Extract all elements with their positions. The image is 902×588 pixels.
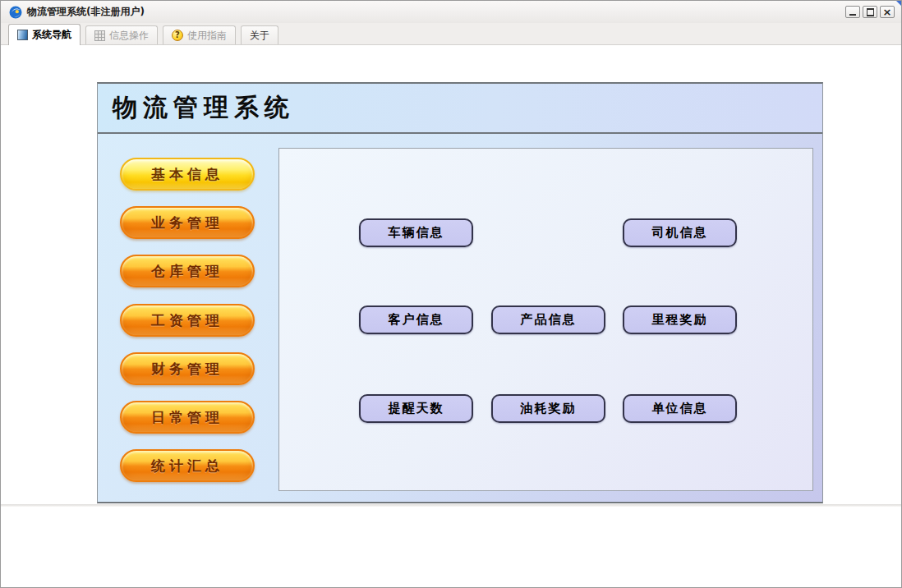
sidebar-item-daily-mgmt[interactable]: 日常管理	[120, 401, 255, 434]
help-icon: ?	[172, 30, 183, 41]
banner: 物流管理系统	[98, 84, 822, 134]
tab-label: 关于	[250, 29, 269, 43]
grid-icon	[94, 30, 105, 41]
button-product-info[interactable]: 产品信息	[491, 305, 605, 334]
button-vehicle-info[interactable]: 车辆信息	[359, 218, 473, 247]
restore-icon	[867, 9, 874, 16]
restore-button[interactable]	[863, 6, 877, 18]
tab-label: 系统导航	[32, 28, 71, 42]
main-panel: 物流管理系统 基本信息 业务管理 仓库管理 工资管理 财务管理 日常管理 统计汇…	[97, 82, 823, 503]
tab-label: 使用指南	[187, 29, 227, 43]
minimize-button[interactable]	[845, 6, 860, 18]
page-background: 物流管理系统 基本信息 业务管理 仓库管理 工资管理 财务管理 日常管理 统计汇…	[1, 45, 901, 588]
button-reminder-days[interactable]: 提醒天数	[359, 394, 473, 423]
button-mileage-reward[interactable]: 里程奖励	[623, 305, 737, 334]
sidebar-item-salary-mgmt[interactable]: 工资管理	[120, 304, 255, 337]
horizontal-divider	[1, 504, 901, 507]
app-window: 物流管理系统(非注册用户) × 系统导航 信息操作 ? 使用指南 关于	[0, 0, 902, 588]
tab-user-guide[interactable]: ? 使用指南	[163, 25, 236, 44]
page-title: 物流管理系统	[98, 91, 295, 125]
tab-about[interactable]: 关于	[241, 25, 278, 44]
title-bar: 物流管理系统(非注册用户) ×	[1, 1, 901, 23]
tab-bar: 系统导航 信息操作 ? 使用指南 关于	[1, 23, 901, 45]
button-customer-info[interactable]: 客户信息	[359, 305, 473, 334]
minimize-icon	[849, 14, 856, 16]
content-panel: 车辆信息 司机信息 客户信息 产品信息 里程奖励 提醒天数 油耗奖励 单位信息	[278, 148, 813, 491]
button-driver-info[interactable]: 司机信息	[623, 218, 737, 247]
close-button[interactable]: ×	[880, 6, 895, 18]
app-logo-icon	[9, 6, 22, 19]
button-unit-info[interactable]: 单位信息	[623, 394, 737, 423]
tab-system-navigation[interactable]: 系统导航	[8, 24, 81, 45]
sidebar-item-basic-info[interactable]: 基本信息	[120, 158, 255, 191]
sidebar-item-statistics[interactable]: 统计汇总	[120, 449, 255, 482]
sidebar-item-warehouse-mgmt[interactable]: 仓库管理	[120, 255, 255, 287]
window-corner-accent	[896, 1, 901, 6]
sidebar-item-business-mgmt[interactable]: 业务管理	[120, 206, 255, 239]
window-controls: ×	[845, 6, 896, 18]
close-icon: ×	[883, 7, 892, 17]
navigation-screen-icon	[17, 30, 28, 40]
tab-label: 信息操作	[109, 29, 149, 43]
window-title: 物流管理系统(非注册用户)	[27, 5, 145, 19]
button-fuel-reward[interactable]: 油耗奖励	[491, 394, 605, 423]
sidebar-item-finance-mgmt[interactable]: 财务管理	[120, 352, 255, 385]
tab-info-operations[interactable]: 信息操作	[85, 25, 158, 44]
